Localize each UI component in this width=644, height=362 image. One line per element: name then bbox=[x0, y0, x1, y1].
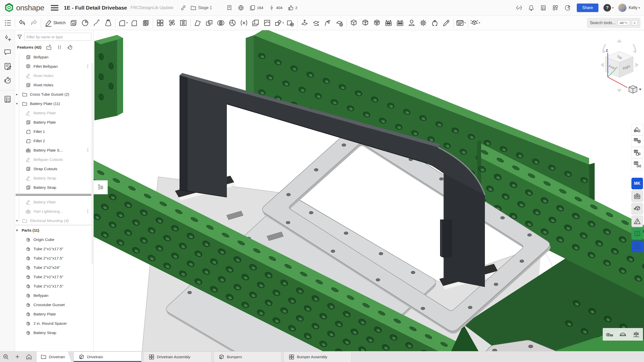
view-options-cube-icon[interactable] bbox=[629, 86, 641, 93]
feature-row-cross-tube-gusset-2-[interactable]: ▸Cross Tube Gusset (2) bbox=[15, 90, 93, 99]
transform-icon[interactable]: ▾ bbox=[273, 17, 284, 29]
robot-app-icon[interactable] bbox=[631, 190, 643, 202]
row-overflow-icon[interactable]: ⋮ bbox=[86, 148, 90, 153]
user-avatar[interactable] bbox=[618, 4, 627, 12]
part-row-crosstube-gusset[interactable]: Crosstube Gusset bbox=[15, 300, 93, 309]
variables-table-icon[interactable] bbox=[631, 159, 643, 170]
export-app-icon[interactable] bbox=[631, 203, 643, 214]
circular-pattern-icon[interactable] bbox=[166, 17, 177, 29]
featurescript-check-icon[interactable] bbox=[516, 5, 522, 11]
notebook-blue-icon[interactable] bbox=[631, 241, 643, 252]
tab-drivetrain[interactable]: Drivetrain bbox=[74, 351, 141, 362]
part-row-tube-2-x1-x17-5-[interactable]: Tube 2"x1"x17.5" bbox=[15, 244, 93, 254]
notebook-green-icon[interactable] bbox=[631, 228, 643, 240]
notes-icon[interactable] bbox=[3, 62, 12, 70]
undo-icon[interactable] bbox=[16, 17, 28, 29]
move-face-icon[interactable] bbox=[299, 17, 310, 29]
feature-row-battery-plate[interactable]: Battery Plate bbox=[15, 108, 93, 118]
document-menu-icon[interactable] bbox=[51, 4, 58, 12]
mirror-icon[interactable] bbox=[177, 17, 189, 29]
boolean-icon[interactable] bbox=[203, 17, 215, 29]
likes-stat[interactable]: 2 bbox=[288, 5, 297, 11]
part-row-battery-plate[interactable]: Battery Plate bbox=[15, 309, 93, 319]
search-tools-box[interactable]: Search tools... alt/⌥ c bbox=[587, 18, 640, 28]
redo-icon[interactable] bbox=[28, 17, 40, 29]
comments-icon[interactable] bbox=[3, 48, 12, 56]
document-title[interactable]: 1E - Full Detail Drivebase bbox=[64, 5, 127, 11]
part-row-tube-2-x2-x24-[interactable]: Tube 2"x2"x24" bbox=[15, 263, 93, 272]
delete-face-icon[interactable] bbox=[334, 17, 345, 29]
workspace-crumb[interactable]: Stage 1 bbox=[190, 5, 212, 11]
row-overflow-icon[interactable]: ⋮ bbox=[86, 209, 90, 214]
user-name[interactable]: Kelly bbox=[629, 6, 637, 10]
help-button[interactable]: ? bbox=[603, 4, 611, 12]
publication-flag-icon[interactable] bbox=[226, 5, 233, 11]
part-row-origin-cube[interactable]: Origin Cube bbox=[15, 235, 93, 244]
people-feature-icon[interactable] bbox=[406, 17, 417, 29]
part-row-bellypan[interactable]: Bellypan bbox=[15, 291, 93, 300]
onshape-logo-icon[interactable] bbox=[4, 3, 14, 13]
marker-icon[interactable] bbox=[441, 17, 452, 29]
replace-face-icon[interactable] bbox=[310, 17, 322, 29]
dropdown-caret-icon[interactable]: ▾ bbox=[479, 21, 480, 24]
suppress-pause-icon[interactable] bbox=[56, 44, 62, 50]
protractor-icon[interactable] bbox=[619, 330, 627, 338]
notifications-bell-icon[interactable] bbox=[528, 5, 534, 11]
share-button[interactable]: Share bbox=[577, 4, 599, 12]
dropdown-caret-icon[interactable]: ▾ bbox=[282, 21, 284, 24]
feature-list-icon[interactable] bbox=[2, 17, 14, 29]
tasks-icon[interactable] bbox=[3, 95, 12, 103]
feature-row-battery-plate-11-[interactable]: ▾Battery Plate (11) bbox=[15, 99, 93, 108]
feature-row-battery-plate-s-[interactable]: Battery Plate S...⋮ bbox=[15, 146, 93, 155]
chevron-right-icon[interactable]: ▸ bbox=[16, 92, 20, 96]
copies-stat[interactable]: 164 bbox=[249, 5, 263, 11]
hole-icon[interactable] bbox=[140, 17, 152, 29]
variable-icon[interactable] bbox=[238, 17, 250, 29]
appearance-panel-icon[interactable] bbox=[631, 124, 643, 135]
sweep-icon[interactable] bbox=[91, 17, 102, 29]
insert-folder-icon[interactable] bbox=[46, 44, 52, 50]
home-tab-button[interactable] bbox=[23, 351, 35, 362]
app-store-icon[interactable] bbox=[552, 5, 559, 11]
feature-row-rivet-holes[interactable]: Rivet Holes bbox=[15, 71, 93, 80]
modify-fillet-icon[interactable] bbox=[322, 17, 334, 29]
history-icon[interactable] bbox=[3, 76, 12, 85]
tape-measure-icon[interactable] bbox=[605, 330, 614, 338]
rollback-bar[interactable] bbox=[16, 194, 92, 196]
feature-row-bellypan[interactable]: Bellypan bbox=[15, 52, 93, 62]
filter-funnel-icon[interactable] bbox=[17, 34, 23, 40]
search-tabs-button[interactable] bbox=[0, 351, 12, 362]
linear-pattern-icon[interactable] bbox=[154, 17, 166, 29]
tab-bumpers[interactable]: Bumpers bbox=[213, 351, 281, 362]
collapse-feature-list-button[interactable] bbox=[94, 180, 108, 194]
chamfer-icon[interactable] bbox=[128, 17, 140, 29]
anchor-feature-icon[interactable] bbox=[429, 17, 441, 29]
config-table-icon[interactable] bbox=[631, 147, 643, 159]
sketch-button[interactable]: Sketch bbox=[42, 17, 68, 29]
link-icon[interactable] bbox=[180, 5, 187, 11]
feature-row-fillet-2[interactable]: Fillet 2 bbox=[15, 136, 93, 146]
plane-icon[interactable] bbox=[250, 17, 261, 29]
parts-chevron-icon[interactable]: ▾ bbox=[16, 228, 18, 232]
fillet-icon[interactable]: ▾ bbox=[117, 17, 128, 29]
bom-table-icon[interactable] bbox=[631, 135, 643, 147]
name-tag-icon[interactable]: ▾ bbox=[455, 17, 467, 29]
feature-row-battery-strap[interactable]: Battery Strap bbox=[15, 173, 93, 183]
help-caret-icon[interactable]: ▾ bbox=[612, 6, 614, 10]
view-cube[interactable]: Top Front Right Z X Y bbox=[597, 37, 641, 98]
extrude-icon[interactable] bbox=[68, 17, 79, 29]
panel-scrollbar[interactable] bbox=[91, 63, 93, 264]
delete-part-icon[interactable] bbox=[284, 17, 296, 29]
surface-icon[interactable] bbox=[261, 17, 273, 29]
gear-feature-icon[interactable] bbox=[417, 17, 429, 29]
breadcrumb-tab[interactable]: Drivetrain bbox=[37, 351, 71, 362]
custom-feature-icon-2[interactable] bbox=[394, 17, 406, 29]
create-version-icon[interactable] bbox=[3, 34, 12, 42]
part-row-tube-2-x1-x17-5-[interactable]: Tube 2"x1"x17.5" bbox=[15, 281, 93, 291]
intersection-icon[interactable] bbox=[215, 17, 227, 29]
part-row-tube-2-x1-x17-5-[interactable]: Tube 2"x1"x17.5" bbox=[15, 254, 93, 263]
chevron-down-icon[interactable]: ▾ bbox=[16, 219, 20, 223]
learning-center-icon[interactable] bbox=[564, 5, 571, 11]
row-overflow-icon[interactable]: ⋮ bbox=[86, 64, 90, 69]
part-row-tube-2-x1-x17-5-[interactable]: Tube 2"x1"x17.5" bbox=[15, 272, 93, 281]
